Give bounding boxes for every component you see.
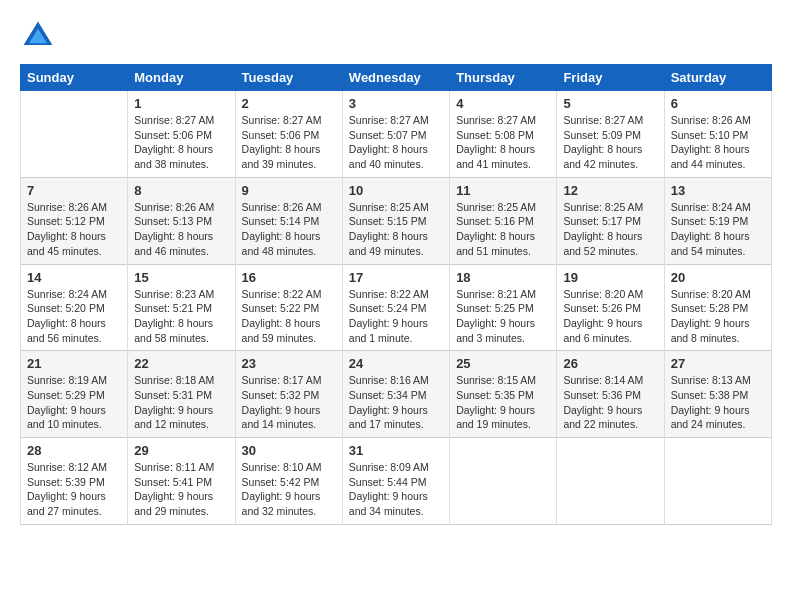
day-number: 4 <box>456 96 550 111</box>
day-number: 12 <box>563 183 657 198</box>
calendar-week-row: 28Sunrise: 8:12 AMSunset: 5:39 PMDayligh… <box>21 438 772 525</box>
calendar-cell: 14Sunrise: 8:24 AMSunset: 5:20 PMDayligh… <box>21 264 128 351</box>
calendar-cell: 15Sunrise: 8:23 AMSunset: 5:21 PMDayligh… <box>128 264 235 351</box>
day-info: Sunrise: 8:09 AMSunset: 5:44 PMDaylight:… <box>349 460 443 519</box>
day-number: 22 <box>134 356 228 371</box>
day-info: Sunrise: 8:10 AMSunset: 5:42 PMDaylight:… <box>242 460 336 519</box>
day-info: Sunrise: 8:25 AMSunset: 5:15 PMDaylight:… <box>349 200 443 259</box>
day-info: Sunrise: 8:20 AMSunset: 5:28 PMDaylight:… <box>671 287 765 346</box>
day-info: Sunrise: 8:22 AMSunset: 5:22 PMDaylight:… <box>242 287 336 346</box>
calendar-cell: 1Sunrise: 8:27 AMSunset: 5:06 PMDaylight… <box>128 91 235 178</box>
calendar-week-row: 21Sunrise: 8:19 AMSunset: 5:29 PMDayligh… <box>21 351 772 438</box>
calendar-cell: 3Sunrise: 8:27 AMSunset: 5:07 PMDaylight… <box>342 91 449 178</box>
day-number: 30 <box>242 443 336 458</box>
day-info: Sunrise: 8:26 AMSunset: 5:14 PMDaylight:… <box>242 200 336 259</box>
day-info: Sunrise: 8:17 AMSunset: 5:32 PMDaylight:… <box>242 373 336 432</box>
calendar-cell: 5Sunrise: 8:27 AMSunset: 5:09 PMDaylight… <box>557 91 664 178</box>
calendar-cell: 22Sunrise: 8:18 AMSunset: 5:31 PMDayligh… <box>128 351 235 438</box>
day-info: Sunrise: 8:15 AMSunset: 5:35 PMDaylight:… <box>456 373 550 432</box>
day-info: Sunrise: 8:26 AMSunset: 5:10 PMDaylight:… <box>671 113 765 172</box>
day-number: 20 <box>671 270 765 285</box>
day-info: Sunrise: 8:23 AMSunset: 5:21 PMDaylight:… <box>134 287 228 346</box>
calendar-cell: 30Sunrise: 8:10 AMSunset: 5:42 PMDayligh… <box>235 438 342 525</box>
calendar-cell: 4Sunrise: 8:27 AMSunset: 5:08 PMDaylight… <box>450 91 557 178</box>
day-number: 6 <box>671 96 765 111</box>
day-info: Sunrise: 8:20 AMSunset: 5:26 PMDaylight:… <box>563 287 657 346</box>
calendar-week-row: 7Sunrise: 8:26 AMSunset: 5:12 PMDaylight… <box>21 177 772 264</box>
day-number: 21 <box>27 356 121 371</box>
calendar-table: SundayMondayTuesdayWednesdayThursdayFrid… <box>20 64 772 525</box>
day-number: 29 <box>134 443 228 458</box>
day-number: 1 <box>134 96 228 111</box>
calendar-header-row: SundayMondayTuesdayWednesdayThursdayFrid… <box>21 65 772 91</box>
day-number: 8 <box>134 183 228 198</box>
day-number: 3 <box>349 96 443 111</box>
day-number: 2 <box>242 96 336 111</box>
day-number: 23 <box>242 356 336 371</box>
day-info: Sunrise: 8:24 AMSunset: 5:20 PMDaylight:… <box>27 287 121 346</box>
day-number: 14 <box>27 270 121 285</box>
day-number: 24 <box>349 356 443 371</box>
calendar-cell: 11Sunrise: 8:25 AMSunset: 5:16 PMDayligh… <box>450 177 557 264</box>
day-info: Sunrise: 8:19 AMSunset: 5:29 PMDaylight:… <box>27 373 121 432</box>
day-header-sunday: Sunday <box>21 65 128 91</box>
calendar-cell <box>21 91 128 178</box>
day-number: 15 <box>134 270 228 285</box>
calendar-cell: 9Sunrise: 8:26 AMSunset: 5:14 PMDaylight… <box>235 177 342 264</box>
day-number: 17 <box>349 270 443 285</box>
day-number: 28 <box>27 443 121 458</box>
day-header-wednesday: Wednesday <box>342 65 449 91</box>
calendar-cell <box>664 438 771 525</box>
day-number: 18 <box>456 270 550 285</box>
calendar-cell: 16Sunrise: 8:22 AMSunset: 5:22 PMDayligh… <box>235 264 342 351</box>
day-info: Sunrise: 8:27 AMSunset: 5:06 PMDaylight:… <box>242 113 336 172</box>
day-header-monday: Monday <box>128 65 235 91</box>
calendar-cell: 18Sunrise: 8:21 AMSunset: 5:25 PMDayligh… <box>450 264 557 351</box>
day-info: Sunrise: 8:26 AMSunset: 5:12 PMDaylight:… <box>27 200 121 259</box>
calendar-cell: 24Sunrise: 8:16 AMSunset: 5:34 PMDayligh… <box>342 351 449 438</box>
day-header-friday: Friday <box>557 65 664 91</box>
day-header-thursday: Thursday <box>450 65 557 91</box>
logo-icon <box>20 18 56 54</box>
day-info: Sunrise: 8:13 AMSunset: 5:38 PMDaylight:… <box>671 373 765 432</box>
day-header-saturday: Saturday <box>664 65 771 91</box>
main-container: SundayMondayTuesdayWednesdayThursdayFrid… <box>0 0 792 535</box>
day-info: Sunrise: 8:12 AMSunset: 5:39 PMDaylight:… <box>27 460 121 519</box>
day-number: 19 <box>563 270 657 285</box>
calendar-cell: 23Sunrise: 8:17 AMSunset: 5:32 PMDayligh… <box>235 351 342 438</box>
calendar-cell: 6Sunrise: 8:26 AMSunset: 5:10 PMDaylight… <box>664 91 771 178</box>
day-info: Sunrise: 8:25 AMSunset: 5:16 PMDaylight:… <box>456 200 550 259</box>
calendar-cell <box>557 438 664 525</box>
calendar-cell: 29Sunrise: 8:11 AMSunset: 5:41 PMDayligh… <box>128 438 235 525</box>
day-info: Sunrise: 8:22 AMSunset: 5:24 PMDaylight:… <box>349 287 443 346</box>
calendar-cell: 8Sunrise: 8:26 AMSunset: 5:13 PMDaylight… <box>128 177 235 264</box>
day-info: Sunrise: 8:25 AMSunset: 5:17 PMDaylight:… <box>563 200 657 259</box>
day-number: 10 <box>349 183 443 198</box>
day-number: 13 <box>671 183 765 198</box>
calendar-cell: 10Sunrise: 8:25 AMSunset: 5:15 PMDayligh… <box>342 177 449 264</box>
day-number: 26 <box>563 356 657 371</box>
calendar-cell: 2Sunrise: 8:27 AMSunset: 5:06 PMDaylight… <box>235 91 342 178</box>
day-info: Sunrise: 8:27 AMSunset: 5:06 PMDaylight:… <box>134 113 228 172</box>
day-info: Sunrise: 8:16 AMSunset: 5:34 PMDaylight:… <box>349 373 443 432</box>
day-info: Sunrise: 8:14 AMSunset: 5:36 PMDaylight:… <box>563 373 657 432</box>
day-info: Sunrise: 8:18 AMSunset: 5:31 PMDaylight:… <box>134 373 228 432</box>
day-number: 5 <box>563 96 657 111</box>
calendar-cell: 20Sunrise: 8:20 AMSunset: 5:28 PMDayligh… <box>664 264 771 351</box>
day-number: 11 <box>456 183 550 198</box>
day-number: 9 <box>242 183 336 198</box>
day-number: 16 <box>242 270 336 285</box>
calendar-cell: 12Sunrise: 8:25 AMSunset: 5:17 PMDayligh… <box>557 177 664 264</box>
day-info: Sunrise: 8:27 AMSunset: 5:07 PMDaylight:… <box>349 113 443 172</box>
calendar-cell: 25Sunrise: 8:15 AMSunset: 5:35 PMDayligh… <box>450 351 557 438</box>
calendar-cell: 26Sunrise: 8:14 AMSunset: 5:36 PMDayligh… <box>557 351 664 438</box>
day-info: Sunrise: 8:11 AMSunset: 5:41 PMDaylight:… <box>134 460 228 519</box>
day-number: 25 <box>456 356 550 371</box>
calendar-week-row: 14Sunrise: 8:24 AMSunset: 5:20 PMDayligh… <box>21 264 772 351</box>
calendar-week-row: 1Sunrise: 8:27 AMSunset: 5:06 PMDaylight… <box>21 91 772 178</box>
day-info: Sunrise: 8:21 AMSunset: 5:25 PMDaylight:… <box>456 287 550 346</box>
day-number: 31 <box>349 443 443 458</box>
header <box>20 18 772 54</box>
day-number: 27 <box>671 356 765 371</box>
day-info: Sunrise: 8:27 AMSunset: 5:09 PMDaylight:… <box>563 113 657 172</box>
